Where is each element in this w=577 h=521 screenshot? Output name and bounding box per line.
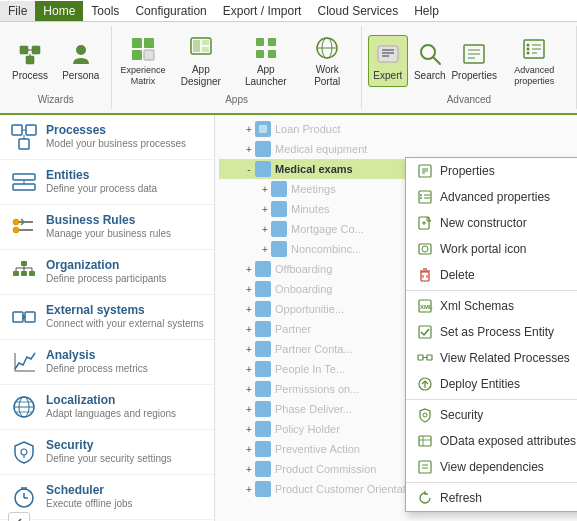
ctx-label-security: Security bbox=[440, 408, 483, 422]
ctx-set-icon bbox=[416, 324, 434, 340]
sidebar-collapse-btn[interactable] bbox=[8, 512, 30, 521]
ctx-item-odata[interactable]: OData exposed attributes bbox=[406, 428, 577, 454]
ribbon-btn-app-launcher[interactable]: App Launcher bbox=[234, 30, 298, 92]
ctx-item-advanced-properties[interactable]: Advanced properties bbox=[406, 184, 577, 210]
entity-icon bbox=[255, 301, 271, 317]
menu-item-tools[interactable]: Tools bbox=[83, 1, 127, 21]
ctx-label-properties: Properties bbox=[440, 164, 495, 178]
svg-point-68 bbox=[21, 449, 27, 455]
ctx-item-set-as-process-entity[interactable]: Set as Process Entity bbox=[406, 319, 577, 345]
ribbon-btn-work-portal[interactable]: Work Portal bbox=[300, 30, 355, 92]
ribbon-btn-properties[interactable]: Properties bbox=[452, 36, 497, 86]
ctx-label-deploy-entities: Deploy Entities bbox=[440, 377, 520, 391]
tree-expand-icon[interactable]: + bbox=[243, 264, 255, 275]
menu-item-file[interactable]: File bbox=[0, 1, 35, 21]
ribbon-label-properties: Properties bbox=[451, 70, 497, 82]
svg-rect-106 bbox=[419, 436, 431, 446]
sidebar-item-analysis[interactable]: Analysis Define process metrics bbox=[0, 340, 214, 385]
ribbon-btn-experience-matrix[interactable]: ExperienceMatrix bbox=[118, 31, 167, 91]
ribbon-label-app-designer: App Designer bbox=[176, 64, 226, 88]
ctx-item-security[interactable]: Security bbox=[406, 402, 577, 428]
ctx-item-delete[interactable]: Delete bbox=[406, 262, 577, 288]
tree-expand-icon[interactable]: + bbox=[259, 224, 271, 235]
sidebar-title-external-systems: External systems bbox=[46, 303, 204, 317]
tree-item[interactable]: + Loan Product bbox=[219, 119, 573, 139]
entity-icon bbox=[255, 361, 271, 377]
tree-expand-icon[interactable]: + bbox=[243, 284, 255, 295]
svg-rect-109 bbox=[419, 461, 431, 473]
sidebar-item-organization[interactable]: Organization Define process participants bbox=[0, 250, 214, 295]
ctx-item-work-portal-icon[interactable]: Work portal icon bbox=[406, 236, 577, 262]
tree-expand-icon[interactable]: + bbox=[243, 364, 255, 375]
ribbon-btn-app-designer[interactable]: App Designer bbox=[170, 30, 232, 92]
menu-item-cloud-services[interactable]: Cloud Services bbox=[309, 1, 406, 21]
ribbon-btn-persona[interactable]: Persona bbox=[56, 36, 105, 86]
sidebar-desc-processes: Model your business processes bbox=[46, 138, 186, 149]
svg-point-91 bbox=[422, 246, 428, 252]
menu-item-export-import[interactable]: Export / Import bbox=[215, 1, 310, 21]
tree-expand-icon[interactable]: + bbox=[259, 184, 271, 195]
tree-expand-icon[interactable]: + bbox=[243, 484, 255, 495]
ctx-properties-icon bbox=[416, 163, 434, 179]
ctx-item-refresh[interactable]: Refresh bbox=[406, 485, 577, 511]
ribbon-group-apps: ExperienceMatrix App Designer bbox=[112, 26, 361, 109]
ctx-item-properties[interactable]: Properties bbox=[406, 158, 577, 184]
ribbon-btn-expert[interactable]: Expert bbox=[368, 35, 408, 87]
tree-expand-icon[interactable]: + bbox=[259, 204, 271, 215]
ctx-label-odata: OData exposed attributes bbox=[440, 434, 576, 448]
tree-expand-icon[interactable]: + bbox=[243, 404, 255, 415]
tree-expand-icon[interactable]: + bbox=[243, 324, 255, 335]
svg-rect-59 bbox=[25, 312, 35, 322]
tree-expand-icon[interactable]: + bbox=[243, 144, 255, 155]
menu-item-home[interactable]: Home bbox=[35, 1, 83, 21]
svg-point-46 bbox=[13, 219, 19, 225]
sidebar-item-entities[interactable]: Entities Define your process data bbox=[0, 160, 214, 205]
ctx-separator-3 bbox=[406, 482, 577, 483]
ctx-xml-icon: XML bbox=[416, 298, 434, 314]
svg-rect-0 bbox=[20, 46, 28, 54]
sidebar-item-localization[interactable]: Localization Adapt languages and regions bbox=[0, 385, 214, 430]
tree-expand-icon[interactable]: + bbox=[243, 304, 255, 315]
process-icon bbox=[16, 40, 44, 68]
ctx-label-refresh: Refresh bbox=[440, 491, 482, 505]
sidebar-item-processes[interactable]: Processes Model your business processes bbox=[0, 115, 214, 160]
tree-expand-icon[interactable]: + bbox=[243, 464, 255, 475]
menu-item-configuration[interactable]: Configuration bbox=[127, 1, 214, 21]
entity-icon bbox=[255, 321, 271, 337]
ctx-separator-1 bbox=[406, 290, 577, 291]
app-designer-icon bbox=[187, 34, 215, 62]
tree-item[interactable]: + Medical equipment bbox=[219, 139, 573, 159]
menu-item-help[interactable]: Help bbox=[406, 1, 447, 21]
tree-expand-icon[interactable]: + bbox=[243, 344, 255, 355]
ctx-related-icon bbox=[416, 350, 434, 366]
ctx-security-icon bbox=[416, 407, 434, 423]
tree-expand-icon[interactable]: + bbox=[259, 244, 271, 255]
ctx-item-xml-schemas[interactable]: XML Xml Schemas bbox=[406, 293, 577, 319]
ctx-item-view-related-processes[interactable]: View Related Processes bbox=[406, 345, 577, 371]
svg-point-32 bbox=[527, 44, 530, 47]
svg-rect-15 bbox=[268, 38, 276, 46]
tree-expand-icon[interactable]: + bbox=[243, 424, 255, 435]
analysis-icon bbox=[10, 348, 38, 376]
ctx-item-view-dependencies[interactable]: View dependencies bbox=[406, 454, 577, 480]
sidebar-item-business-rules[interactable]: Business Rules Manage your business rule… bbox=[0, 205, 214, 250]
sidebar-item-external-systems[interactable]: External systems Connect with your exter… bbox=[0, 295, 214, 340]
ribbon-btn-search[interactable]: Search bbox=[410, 36, 450, 86]
ctx-item-new-constructor[interactable]: New constructor bbox=[406, 210, 577, 236]
sidebar-item-security[interactable]: Security Define your security settings bbox=[0, 430, 214, 475]
ctx-separator-2 bbox=[406, 399, 577, 400]
tree-expand-icon[interactable]: + bbox=[243, 384, 255, 395]
ctx-deps-icon bbox=[416, 459, 434, 475]
ctx-item-deploy-entities[interactable]: Deploy Entities bbox=[406, 371, 577, 397]
sidebar-item-scheduler[interactable]: Scheduler Execute offline jobs bbox=[0, 475, 214, 520]
ribbon-btn-process[interactable]: Process bbox=[6, 36, 54, 86]
svg-point-80 bbox=[420, 194, 422, 196]
ribbon-btn-advanced-properties[interactable]: Advanced properties bbox=[499, 31, 570, 91]
svg-rect-40 bbox=[19, 139, 29, 149]
ribbon-group-label-wizards: Wizards bbox=[38, 92, 74, 105]
tree-expand-icon[interactable]: + bbox=[243, 124, 255, 135]
tree-expand-icon[interactable]: + bbox=[243, 444, 255, 455]
tree-expand-icon[interactable]: - bbox=[243, 164, 255, 175]
entity-icon bbox=[255, 281, 271, 297]
svg-rect-51 bbox=[13, 271, 19, 276]
